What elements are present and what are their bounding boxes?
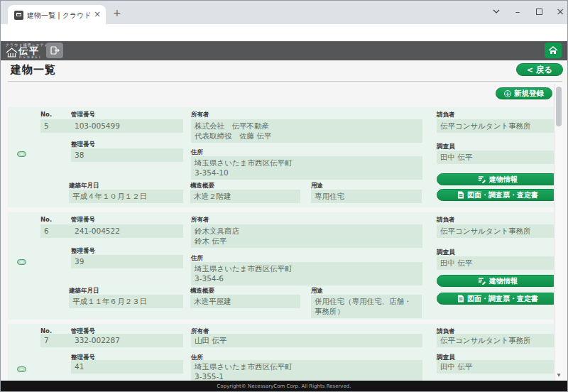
tab-search-chevron-icon[interactable] <box>489 1 503 22</box>
no-label: No. <box>40 111 52 118</box>
usage-value: 専用住宅 <box>311 190 422 203</box>
back-button[interactable]: < 戻る <box>516 63 563 76</box>
document-icon <box>457 295 464 303</box>
back-button-label: 戻る <box>536 65 552 75</box>
list-edit-icon <box>478 175 486 183</box>
window-close-button[interactable]: × <box>553 1 567 22</box>
contractor-label: 請負者 <box>437 111 455 119</box>
record-card-1: No. 管理番号 所有者 請負者 5 103-005499 株式会社 伝平不動産… <box>8 107 554 207</box>
kanri-no-value: 241-004522 <box>71 224 183 238</box>
contractor-label: 請負者 <box>437 216 455 224</box>
plus-circle-icon: + <box>504 90 511 97</box>
record-link-icon[interactable] <box>17 366 26 372</box>
no-value: 5 <box>40 119 72 133</box>
record-card-3: No. 管理番号 所有者 請負者 7 332-002287 山田 伝平 伝平コン… <box>8 324 554 381</box>
chevron-left-icon: < <box>527 65 533 75</box>
no-value: 7 <box>40 334 72 347</box>
app-home-button[interactable] <box>545 43 562 58</box>
seiri-no-value: 41 <box>71 360 183 374</box>
logout-button[interactable] <box>46 43 63 58</box>
usage-value: 併用住宅（専用住宅、店舗・事務所） <box>311 295 422 318</box>
site-favicon-icon <box>14 11 23 20</box>
record-link-icon[interactable] <box>17 151 26 157</box>
record-card-2: No. 管理番号 所有者 請負者 6 241-004522 鈴木文具商店 鈴木 … <box>8 212 554 320</box>
building-info-button[interactable]: 建物情報 <box>437 275 554 287</box>
contractor-value: 伝平コンサルタント事務所 <box>437 334 554 347</box>
documents-button[interactable]: 図面・調査票・査定書 <box>437 189 554 201</box>
owner-value: 鈴木文具商店 鈴木 伝平 <box>191 224 422 248</box>
browser-titlebar: 建物一覧 | クラウド補償システム 伝 × + – × <box>1 1 567 24</box>
owner-label: 所有者 <box>191 216 209 224</box>
address-value: 埼玉県さいたま市西区伝平町 3-354-10 <box>191 156 422 180</box>
tab-title: 建物一覧 | クラウド補償システム 伝 <box>27 11 91 21</box>
document-icon <box>457 191 464 199</box>
investigator-value: 田中 伝平 <box>437 256 554 270</box>
browser-toolbar: ← → ↻ ⌂ G DENBEI ⋮ <box>1 24 567 41</box>
tab-close-icon[interactable]: × <box>94 9 101 19</box>
address-value: 埼玉県さいたま市西区伝平町 3-354-6 <box>191 262 422 285</box>
documents-button[interactable]: 図面・調査票・査定書 <box>437 293 554 305</box>
scrollbar-down-icon[interactable]: ▼ <box>555 372 562 377</box>
scrollbar-thumb[interactable] <box>556 87 562 126</box>
browser-window: 建物一覧 | クラウド補償システム 伝 × + – × ← → ↻ ⌂ G DE… <box>0 0 568 392</box>
brand-logo-subtext: DENBEI <box>19 55 42 59</box>
documents-label: 図面・調査票・査定書 <box>467 294 538 304</box>
contractor-value: 伝平コンサルタント事務所 <box>437 119 554 133</box>
no-value: 6 <box>40 224 72 238</box>
new-registration-button[interactable]: + 新規登録 <box>496 87 552 99</box>
kanri-no-value: 103-005499 <box>71 119 183 133</box>
owner-label: 所有者 <box>191 111 209 119</box>
window-minimize-button[interactable]: – <box>510 1 525 22</box>
build-date-value: 平成１１年６月２３日 <box>69 295 183 308</box>
title-divider <box>8 81 562 82</box>
building-info-label: 建物情報 <box>489 175 518 185</box>
building-info-label: 建物情報 <box>489 276 518 286</box>
owner-value: 山田 伝平 <box>191 334 422 347</box>
new-registration-label: 新規登録 <box>514 89 544 99</box>
building-info-button[interactable]: 建物情報 <box>437 173 554 185</box>
build-date-value: 平成４年１０月１２日 <box>69 190 183 203</box>
kanri-no-label: 管理番号 <box>71 111 95 119</box>
investigator-value: 田中 伝平 <box>437 151 554 164</box>
investigator-value: 田中 伝平 <box>437 360 554 374</box>
record-link-icon[interactable] <box>17 259 26 265</box>
browser-tab[interactable]: 建物一覧 | クラウド補償システム 伝 × <box>8 5 106 24</box>
page-title: 建物一覧 <box>11 63 56 77</box>
structure-value: 木造２階建 <box>190 190 300 203</box>
contractor-value: 伝平コンサルタント事務所 <box>437 224 554 238</box>
scrollbar-track <box>555 84 563 381</box>
footer-copyright: Copyright© NecessaryCom Corp. All Rights… <box>1 381 567 392</box>
list-edit-icon <box>478 277 486 285</box>
window-maximize-button[interactable] <box>532 1 546 22</box>
kanri-no-label: 管理番号 <box>71 216 95 224</box>
kanri-no-value: 332-002287 <box>71 334 183 347</box>
new-tab-button[interactable]: + <box>113 7 121 18</box>
app-header <box>1 41 567 60</box>
address-value: 埼玉県さいたま市西区伝平町 3-355-1 <box>191 360 422 381</box>
brand-house-icon <box>6 48 18 58</box>
no-label: No. <box>40 216 52 223</box>
seiri-no-value: 39 <box>71 255 183 268</box>
seiri-no-value: 38 <box>71 148 183 162</box>
owner-value: 株式会社 伝平不動産 代表取締役 佐藤 伝平 <box>191 119 422 143</box>
documents-label: 図面・調査票・査定書 <box>467 190 538 200</box>
structure-value: 木造平屋建 <box>190 295 300 308</box>
